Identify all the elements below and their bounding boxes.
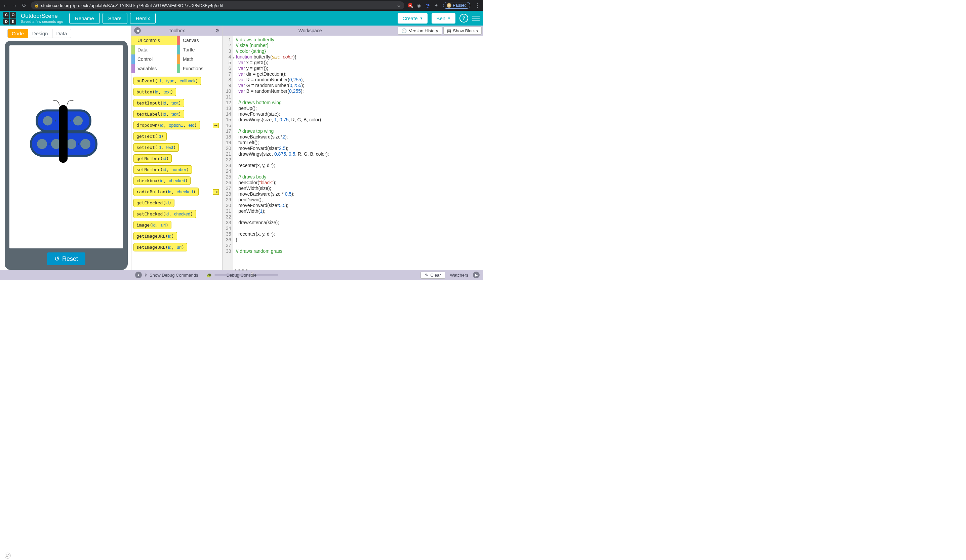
user-dropdown[interactable]: Ben▼ (432, 13, 455, 23)
code-editor[interactable]: 1234▾56789101112131415161718192021222324… (222, 36, 483, 270)
watchers-label[interactable]: Watchers (450, 273, 468, 278)
app-header: CODE OutdoorScene Saved a few seconds ag… (0, 11, 483, 26)
toolbox-category[interactable]: Turtle (177, 45, 222, 54)
code-block[interactable]: onEvent(id, type, callback) (133, 77, 201, 85)
code-block[interactable]: image(id, url) (133, 221, 171, 229)
kebab-menu-icon[interactable]: ⋮ (475, 2, 480, 9)
svg-point-6 (37, 139, 47, 149)
category-color-bar (177, 36, 180, 45)
toolbox-category[interactable]: Control (131, 54, 177, 64)
blocks-icon: ▤ (447, 28, 451, 33)
fold-icon[interactable]: ▾ (233, 55, 235, 61)
butterfly-drawing (29, 97, 103, 171)
debug-console-label: Debug Console (227, 273, 257, 278)
code-block[interactable]: getChecked(id) (133, 199, 174, 207)
tab-data[interactable]: Data (53, 29, 71, 38)
code-block[interactable]: radioButton(id, checked) (133, 187, 199, 196)
save-status: Saved a few seconds ago (21, 20, 63, 23)
create-dropdown[interactable]: Create▼ (398, 13, 427, 23)
code-block[interactable]: getImageURL(id) (133, 232, 177, 240)
toolbox-categories: UI controlsCanvasDataTurtleControlMathVa… (131, 36, 222, 73)
nav-reload-icon[interactable]: ⟳ (21, 2, 27, 8)
svg-point-1 (43, 116, 53, 126)
caret-down-icon: ▼ (419, 16, 423, 20)
code-org-logo[interactable]: CODE (3, 12, 16, 25)
svg-point-3 (55, 120, 56, 122)
category-color-bar (177, 45, 180, 54)
help-icon[interactable]: ? (460, 14, 468, 23)
category-color-bar (131, 64, 135, 73)
watchers-expand-icon[interactable]: ▶ (473, 272, 480, 278)
toolbox-title: Toolbox (169, 28, 185, 33)
category-color-bar (177, 64, 180, 73)
code-block[interactable]: textLabel(id, text) (133, 110, 184, 118)
extensions-icon[interactable]: ✦ (434, 3, 438, 8)
hamburger-menu-icon[interactable] (472, 16, 480, 20)
url-bar[interactable]: 🔒 studio.code.org/projects/applab/cKAcZ-… (31, 2, 404, 10)
extension-icon[interactable]: ◉ (417, 3, 421, 8)
debug-bar: ■ ■ ■ ■ ▲ ✳ Show Debug Commands 🐢 🐇 Debu… (0, 270, 483, 280)
extension-badge[interactable]: ■5 (408, 3, 412, 7)
toolbox-collapse-icon[interactable]: ◀ (134, 27, 141, 34)
category-color-bar (177, 54, 180, 64)
code-block[interactable]: checkbox(id, checked) (133, 176, 191, 185)
turtle-icon: 🐢 (206, 273, 212, 278)
extension-icon[interactable]: ◔ (426, 3, 430, 8)
reset-icon: ↺ (54, 255, 59, 263)
share-button[interactable]: Share (102, 13, 127, 24)
caret-down-icon: ▼ (447, 16, 451, 20)
code-block[interactable]: dropdown(id, option1, etc) (133, 121, 200, 130)
reset-button[interactable]: ↺Reset (47, 253, 85, 265)
toolbox-category[interactable]: UI controls (131, 36, 177, 45)
svg-point-9 (80, 139, 90, 149)
nav-back-icon[interactable]: ← (3, 3, 8, 8)
toolbox-category[interactable]: Functions (177, 64, 222, 73)
code-block[interactable]: setChecked(id, checked) (133, 210, 196, 218)
workspace-title: Workspace (222, 28, 398, 33)
svg-point-4 (70, 120, 71, 122)
code-block[interactable]: setText(id, text) (133, 143, 179, 152)
toolbox-category[interactable]: Canvas (177, 36, 222, 45)
gear-icon[interactable]: ⚙ (215, 28, 220, 33)
eraser-icon: ✎ (425, 273, 429, 278)
profile-paused[interactable]: Paused (443, 2, 470, 9)
lock-icon: 🔒 (34, 3, 39, 8)
code-block[interactable]: textInput(id, text) (133, 99, 184, 107)
toolbox-category[interactable]: Math (177, 54, 222, 64)
url-host: studio.code.org (41, 3, 71, 8)
star-icon[interactable]: ☆ (397, 3, 401, 8)
clear-button[interactable]: ✎Clear (421, 272, 445, 279)
show-blocks-button[interactable]: ▤Show Blocks (444, 26, 481, 34)
code-content[interactable]: // draws a butterfly// size {number}// c… (233, 36, 332, 270)
svg-rect-13 (59, 105, 67, 163)
mode-tabs: Code Design Data (7, 29, 71, 38)
clock-icon: 🕘 (401, 28, 407, 33)
code-block[interactable]: getText(id) (133, 132, 167, 141)
version-history-button[interactable]: 🕘Version History (398, 26, 442, 34)
code-block[interactable]: getNumber(id) (133, 154, 172, 163)
toolbox-category[interactable]: Variables (131, 64, 177, 73)
rename-button[interactable]: Rename (69, 13, 100, 24)
app-preview[interactable] (10, 45, 123, 248)
category-color-bar (131, 54, 135, 64)
debug-expand-icon[interactable]: ▲ (135, 272, 142, 278)
tab-code[interactable]: Code (8, 29, 28, 38)
debug-spinner-icon: ✳ (144, 273, 148, 278)
block-expand-icon[interactable]: ⇥ (213, 123, 219, 128)
show-debug-commands[interactable]: Show Debug Commands (150, 273, 198, 278)
project-title: OutdoorScene (21, 13, 63, 20)
block-expand-icon[interactable]: ⇥ (213, 189, 219, 195)
code-block[interactable]: setImageURL(id, url) (133, 243, 187, 251)
tab-design[interactable]: Design (28, 29, 53, 38)
svg-point-10 (48, 143, 50, 145)
line-gutter: 1234▾56789101112131415161718192021222324… (222, 36, 233, 270)
category-color-bar (131, 45, 135, 54)
code-block[interactable]: setNumber(id, number) (133, 165, 192, 174)
browser-chrome: ← → ⟳ 🔒 studio.code.org/projects/applab/… (0, 0, 483, 11)
remix-button[interactable]: Remix (130, 13, 156, 24)
code-block[interactable]: button(id, text) (133, 88, 176, 96)
toolbox-category[interactable]: Data (131, 45, 177, 54)
resize-grip-icon[interactable]: ■ ■ ■ ■ (235, 268, 248, 271)
category-color-bar (131, 36, 135, 45)
nav-forward-icon[interactable]: → (12, 3, 18, 8)
